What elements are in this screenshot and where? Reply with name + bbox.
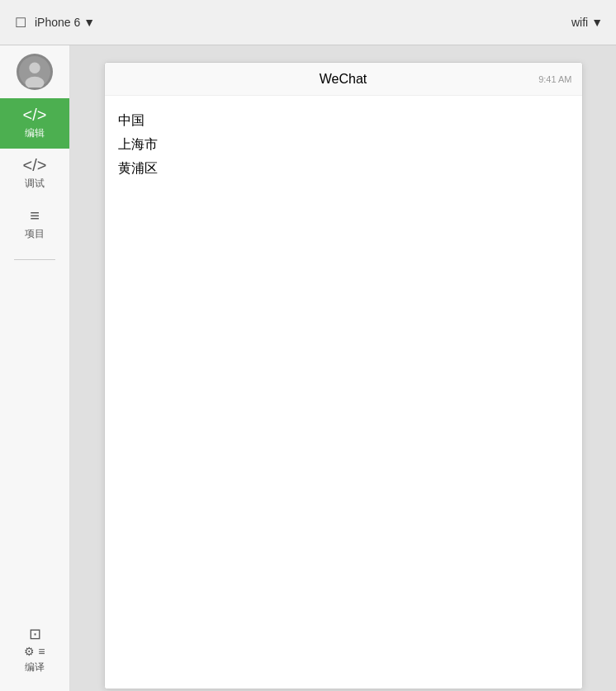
debug-icon: </> <box>23 157 47 173</box>
project-icon: ≡ <box>30 207 40 224</box>
phone-content: 中国 上海市 黄浦区 <box>118 109 569 180</box>
svg-point-1 <box>29 63 40 73</box>
sidebar-item-compile[interactable]: ⊡ ⚙ ≡ 编译 <box>0 618 69 683</box>
wifi-dropdown-arrow: ▼ <box>591 16 603 29</box>
compile-icon-1: ⊡ <box>29 627 41 641</box>
top-toolbar: ☐ iPhone 6 ▼ wifi ▼ <box>0 0 616 45</box>
phone-status-time: 9:41 AM <box>538 74 571 84</box>
sidebar-item-debug[interactable]: </> 调试 <box>0 149 69 199</box>
sidebar-item-debug-label: 调试 <box>25 177 45 191</box>
content-line-3: 黄浦区 <box>118 157 569 181</box>
phone-frame: WeChat 9:41 AM 中国 上海市 黄浦区 <box>104 62 583 689</box>
avatar[interactable] <box>17 54 53 90</box>
wifi-label: wifi <box>571 16 588 29</box>
main-layout: </> 编辑 </> 调试 ≡ 项目 ⊡ ⚙ ≡ 编译 WeChat <box>0 45 616 691</box>
sidebar-item-editor[interactable]: </> 编辑 <box>0 98 69 149</box>
wifi-section: wifi ▼ <box>571 16 603 29</box>
device-icon: ☐ <box>13 15 28 30</box>
compile-icon-2: ⚙ ≡ <box>24 646 45 657</box>
wifi-selector[interactable]: wifi ▼ <box>571 16 603 29</box>
device-dropdown-arrow: ▼ <box>83 16 95 29</box>
device-selector[interactable]: iPhone 6 ▼ <box>35 16 95 29</box>
sidebar-divider <box>14 259 55 260</box>
editor-icon: </> <box>23 106 47 123</box>
sidebar-item-project[interactable]: ≡ 项目 <box>0 199 69 249</box>
sidebar-item-compile-label: 编译 <box>25 660 45 674</box>
sidebar-item-editor-label: 编辑 <box>25 126 45 140</box>
content-line-2: 上海市 <box>118 133 569 157</box>
content-line-1: 中国 <box>118 109 569 133</box>
device-name-label: iPhone 6 <box>35 16 80 29</box>
phone-status-bar: WeChat 9:41 AM <box>105 63 582 96</box>
sidebar: </> 编辑 </> 调试 ≡ 项目 ⊡ ⚙ ≡ 编译 <box>0 45 70 691</box>
phone-title: WeChat <box>320 72 367 87</box>
phone-body: 中国 上海市 黄浦区 <box>105 96 582 689</box>
content-area: WeChat 9:41 AM 中国 上海市 黄浦区 <box>70 45 616 691</box>
sidebar-bottom: ⊡ ⚙ ≡ 编译 <box>0 618 69 691</box>
sidebar-item-project-label: 项目 <box>25 227 45 241</box>
